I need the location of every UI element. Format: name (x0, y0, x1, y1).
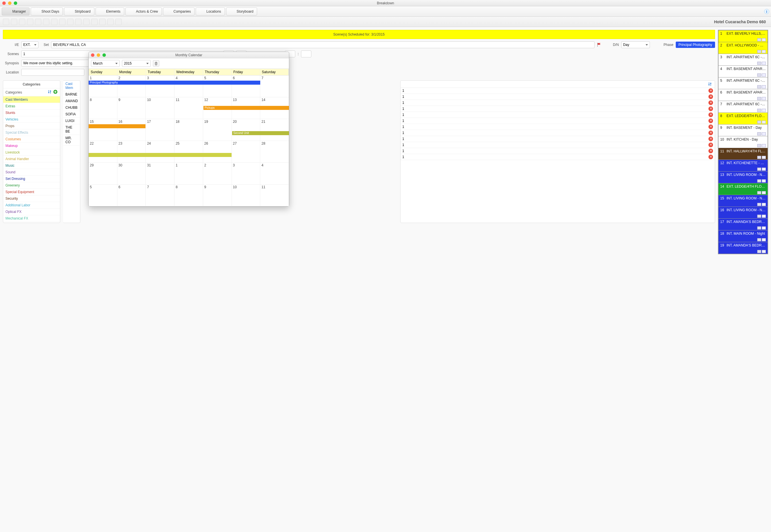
tab-actors-crew[interactable]: Actors & Crew (125, 7, 162, 15)
calendar-cell[interactable]: 6 (117, 185, 146, 206)
year-select[interactable]: 2015 (122, 60, 151, 67)
sort-icon[interactable] (48, 90, 52, 94)
month-select[interactable]: March (91, 60, 120, 67)
close-icon[interactable] (2, 1, 6, 5)
scene-strip[interactable]: 13INT. LIVING ROOM - Night (718, 172, 768, 183)
dn-select[interactable]: Day (621, 41, 650, 48)
scene-strip[interactable]: 4INT. BASEMENT APARTMENT (718, 66, 768, 77)
scene-strip[interactable]: 19INT. AMANDA'S BEDROOM - (718, 242, 768, 254)
category-item[interactable]: Livestock (3, 149, 60, 156)
phase-value[interactable]: Principal Photography (676, 42, 715, 48)
calendar-cell[interactable]: 9 (117, 97, 146, 119)
delete-icon[interactable]: ✕ (708, 131, 713, 135)
scene-strip[interactable]: 6INT. BASEMENT APARTMENT (718, 89, 768, 101)
calendar-cell[interactable]: 9 (203, 185, 232, 206)
category-item[interactable]: Greenery (3, 182, 60, 189)
category-item[interactable]: Animal Handler (3, 156, 60, 162)
scene-strip[interactable]: 9INT. BASEMENT - Day (718, 125, 768, 136)
scene-strip[interactable]: 12INT. KITCHENETTE - Night (718, 160, 768, 171)
calendar-cell[interactable]: 2 (117, 75, 146, 97)
calendar-cell[interactable]: 8 (89, 97, 117, 119)
scene-strip[interactable]: 3INT. APARTMENT 6C - Day (718, 54, 768, 65)
category-item[interactable]: Special Effects (3, 129, 60, 136)
calendar-cell[interactable]: 27 (232, 141, 261, 163)
calendar-cell[interactable]: 7 (260, 75, 289, 97)
wand-icon[interactable] (67, 19, 73, 25)
category-item[interactable]: Props (3, 123, 60, 129)
scene-strip[interactable]: 10INT. KITCHEN - Day (718, 136, 768, 148)
calendar-cell[interactable]: 10 (232, 185, 261, 206)
cast-item[interactable]: LUIGI (63, 118, 80, 124)
cast-list[interactable]: BARNEAMANDCHUBBSOFIALUIGITHE BEMR. CO (63, 91, 80, 145)
tab-companies[interactable]: Companies (163, 7, 195, 15)
calendar-cell[interactable]: 28 (260, 141, 289, 163)
cast-item[interactable]: SOFIA (63, 111, 80, 118)
category-item[interactable]: Special Equipment (3, 189, 60, 195)
merge-icon[interactable] (75, 19, 81, 25)
calendar-cell[interactable]: 17 (146, 119, 174, 141)
tab-elements[interactable]: Elements (96, 7, 124, 15)
tab-stripboard[interactable]: Stripboard (64, 7, 94, 15)
zoom-icon[interactable] (102, 53, 106, 57)
box-icon[interactable] (115, 19, 122, 25)
scene-strip[interactable]: 14EXT. LEDGE/4TH FLOOR - (718, 183, 768, 195)
add-icon[interactable] (53, 90, 58, 94)
table-icon[interactable] (59, 19, 65, 25)
info-icon[interactable]: i (764, 9, 769, 14)
calendar-cell[interactable]: 29 (89, 163, 117, 185)
calendar-event[interactable] (89, 153, 232, 157)
calendar-cell[interactable]: 10 (146, 97, 174, 119)
calendar-cell[interactable]: 4 (260, 163, 289, 185)
close-icon[interactable] (91, 53, 94, 57)
minimize-icon[interactable] (8, 1, 11, 5)
calendar-cell[interactable]: 3 (232, 163, 261, 185)
cast-item[interactable]: MR. CO (63, 135, 80, 145)
cast-item[interactable]: BARNE (63, 91, 80, 98)
calendar-cell[interactable]: 21 (260, 119, 289, 141)
scene-strip[interactable]: 11INT. HALLWAY/4TH FLOOR - (718, 148, 768, 160)
refresh-icon[interactable] (107, 19, 114, 25)
calendar-grid[interactable]: 1234567891011121314151617181920212223242… (89, 75, 289, 206)
category-item[interactable]: Set Dressing (3, 176, 60, 182)
location-input[interactable] (21, 69, 84, 76)
scene-strip[interactable]: 5INT. APARTMENT 6C - Day (718, 77, 768, 89)
scene-strip[interactable]: 16INT. LIVING ROOM - Night (718, 207, 768, 218)
category-item[interactable]: Mechanical FX (3, 215, 60, 222)
delete-icon[interactable]: ✕ (708, 94, 713, 99)
report-icon[interactable] (51, 19, 57, 25)
sort-icon[interactable] (708, 82, 712, 86)
globe-add-icon[interactable] (99, 19, 106, 25)
delete-icon[interactable]: ✕ (708, 106, 713, 111)
scene-strip[interactable]: 17INT. AMANDA'S BEDROOM - (718, 219, 768, 230)
calendar-cell[interactable]: 1 (89, 75, 117, 97)
calendar-cell[interactable]: 5 (203, 75, 232, 97)
category-item[interactable]: Costumes (3, 136, 60, 143)
calendar-cell[interactable]: 22 (89, 141, 117, 163)
delete-icon[interactable]: ✕ (708, 112, 713, 117)
calendar-cell[interactable]: 30 (117, 163, 146, 185)
calendar-cell[interactable]: 26 (203, 141, 232, 163)
scene-strips[interactable]: 1EXT. BEVERLY HILLS, CA -2EXT. HOLLYWOOD… (718, 30, 768, 254)
calendar-cell[interactable]: 3 (146, 75, 174, 97)
delete-icon[interactable]: ✕ (708, 155, 713, 159)
category-item[interactable]: Vehicles (3, 116, 60, 123)
calendar-cell[interactable]: 5 (89, 185, 117, 206)
category-item[interactable]: Miscellaneous (3, 222, 60, 223)
calendar-cell[interactable]: 23 (117, 141, 146, 163)
calendar-cell[interactable]: 2 (203, 163, 232, 185)
calendar-cell[interactable]: 7 (146, 185, 174, 206)
cloud-icon[interactable] (91, 19, 98, 25)
delete-icon[interactable]: ✕ (708, 137, 713, 141)
category-item[interactable]: Extras (3, 103, 60, 110)
category-item[interactable]: Additional Labor (3, 202, 60, 209)
category-item[interactable]: Optical FX (3, 209, 60, 215)
trash-icon[interactable] (153, 60, 159, 67)
calendar-event[interactable]: Principal Photography (89, 81, 260, 85)
category-item[interactable]: Sound (3, 169, 60, 176)
calendar-cell[interactable]: 11 (174, 97, 203, 119)
set-input[interactable] (51, 41, 595, 48)
flag-icon[interactable] (597, 42, 602, 47)
tab-shoot-days[interactable]: Shoot Days (31, 7, 63, 15)
zoom-icon[interactable] (14, 1, 17, 5)
calendar-cell[interactable]: 16 (117, 119, 146, 141)
